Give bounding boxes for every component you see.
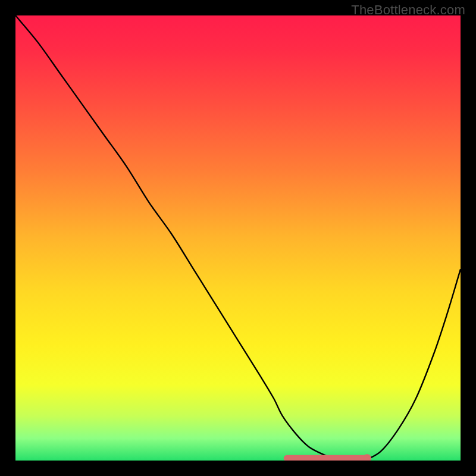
watermark-text: TheBottleneck.com — [351, 2, 465, 18]
chart-frame: TheBottleneck.com — [0, 0, 476, 476]
plot-area — [15, 15, 461, 461]
curve-layer — [15, 15, 461, 461]
bottleneck-curve — [15, 15, 461, 461]
